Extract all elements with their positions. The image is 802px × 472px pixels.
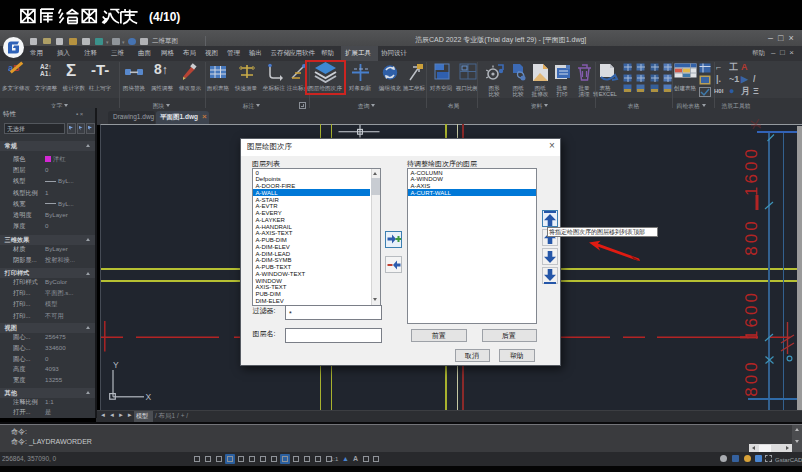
svg-text:1600: 1600 bbox=[742, 146, 761, 196]
svg-text:1600: 1600 bbox=[742, 290, 761, 340]
svg-text:Y: Y bbox=[113, 360, 119, 370]
svg-text:800: 800 bbox=[742, 359, 761, 396]
svg-text:800: 800 bbox=[742, 218, 761, 255]
svg-text:X: X bbox=[146, 392, 152, 402]
